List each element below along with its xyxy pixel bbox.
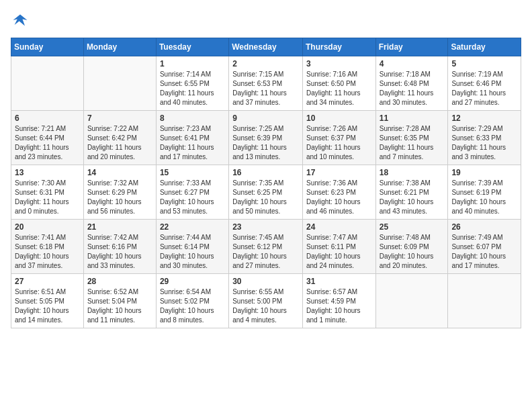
column-header-wednesday: Wednesday — [229, 38, 303, 56]
calendar-cell — [375, 274, 448, 328]
calendar-cell: 16Sunrise: 7:35 AM Sunset: 6:25 PM Dayli… — [229, 165, 303, 220]
logo — [11, 11, 32, 30]
day-number: 31 — [306, 277, 372, 286]
day-number: 28 — [87, 277, 152, 286]
column-header-thursday: Thursday — [302, 38, 375, 56]
day-info: Sunrise: 6:52 AM Sunset: 5:04 PM Dayligh… — [87, 287, 152, 325]
calendar-cell: 25Sunrise: 7:48 AM Sunset: 6:09 PM Dayli… — [375, 220, 448, 274]
calendar-cell: 22Sunrise: 7:44 AM Sunset: 6:14 PM Dayli… — [156, 220, 228, 274]
column-header-monday: Monday — [83, 38, 156, 56]
calendar-cell: 2Sunrise: 7:15 AM Sunset: 6:53 PM Daylig… — [229, 56, 303, 111]
calendar-cell — [83, 56, 156, 111]
calendar-header-row: SundayMondayTuesdayWednesdayThursdayFrid… — [11, 38, 521, 56]
calendar-cell: 29Sunrise: 6:54 AM Sunset: 5:02 PM Dayli… — [156, 274, 228, 328]
calendar-cell: 20Sunrise: 7:41 AM Sunset: 6:18 PM Dayli… — [11, 220, 84, 274]
calendar-cell: 1Sunrise: 7:14 AM Sunset: 6:55 PM Daylig… — [156, 56, 228, 111]
day-info: Sunrise: 7:47 AM Sunset: 6:11 PM Dayligh… — [306, 233, 372, 271]
day-info: Sunrise: 7:35 AM Sunset: 6:25 PM Dayligh… — [232, 179, 299, 216]
calendar-week-row: 6Sunrise: 7:21 AM Sunset: 6:44 PM Daylig… — [11, 111, 521, 165]
day-number: 6 — [15, 113, 80, 123]
column-header-tuesday: Tuesday — [156, 38, 228, 56]
day-info: Sunrise: 7:21 AM Sunset: 6:44 PM Dayligh… — [15, 124, 80, 162]
calendar-cell: 18Sunrise: 7:38 AM Sunset: 6:21 PM Dayli… — [375, 165, 448, 220]
calendar-cell: 3Sunrise: 7:16 AM Sunset: 6:50 PM Daylig… — [302, 56, 375, 111]
day-number: 16 — [232, 168, 299, 177]
calendar-cell: 26Sunrise: 7:49 AM Sunset: 6:07 PM Dayli… — [448, 220, 521, 274]
day-number: 2 — [232, 59, 299, 68]
day-number: 10 — [306, 113, 372, 123]
calendar-cell: 8Sunrise: 7:23 AM Sunset: 6:41 PM Daylig… — [156, 111, 228, 165]
column-header-saturday: Saturday — [448, 38, 521, 56]
day-number: 7 — [87, 113, 152, 123]
column-header-sunday: Sunday — [11, 38, 84, 56]
calendar-cell: 10Sunrise: 7:26 AM Sunset: 6:37 PM Dayli… — [302, 111, 375, 165]
calendar-cell — [448, 274, 521, 328]
calendar-cell: 30Sunrise: 6:55 AM Sunset: 5:00 PM Dayli… — [229, 274, 303, 328]
day-info: Sunrise: 7:25 AM Sunset: 6:39 PM Dayligh… — [232, 124, 299, 162]
day-info: Sunrise: 7:36 AM Sunset: 6:23 PM Dayligh… — [306, 179, 372, 216]
day-info: Sunrise: 7:26 AM Sunset: 6:37 PM Dayligh… — [306, 124, 372, 162]
day-number: 30 — [232, 277, 299, 286]
day-info: Sunrise: 7:14 AM Sunset: 6:55 PM Dayligh… — [160, 70, 225, 107]
day-info: Sunrise: 7:39 AM Sunset: 6:19 PM Dayligh… — [451, 179, 517, 216]
day-number: 26 — [451, 222, 517, 232]
calendar-week-row: 20Sunrise: 7:41 AM Sunset: 6:18 PM Dayli… — [11, 220, 521, 274]
day-number: 27 — [15, 277, 80, 286]
day-info: Sunrise: 7:29 AM Sunset: 6:33 PM Dayligh… — [451, 124, 517, 162]
day-info: Sunrise: 7:33 AM Sunset: 6:27 PM Dayligh… — [160, 179, 225, 216]
day-number: 17 — [306, 168, 372, 177]
calendar-cell: 6Sunrise: 7:21 AM Sunset: 6:44 PM Daylig… — [11, 111, 84, 165]
day-number: 4 — [380, 59, 445, 68]
calendar-week-row: 27Sunrise: 6:51 AM Sunset: 5:05 PM Dayli… — [11, 274, 521, 328]
day-info: Sunrise: 7:44 AM Sunset: 6:14 PM Dayligh… — [160, 233, 225, 271]
calendar-cell: 21Sunrise: 7:42 AM Sunset: 6:16 PM Dayli… — [83, 220, 156, 274]
day-number: 19 — [451, 168, 517, 177]
calendar-cell: 24Sunrise: 7:47 AM Sunset: 6:11 PM Dayli… — [302, 220, 375, 274]
day-number: 25 — [380, 222, 445, 232]
day-info: Sunrise: 7:48 AM Sunset: 6:09 PM Dayligh… — [380, 233, 445, 271]
calendar-cell: 19Sunrise: 7:39 AM Sunset: 6:19 PM Dayli… — [448, 165, 521, 220]
day-number: 21 — [87, 222, 152, 232]
day-info: Sunrise: 7:15 AM Sunset: 6:53 PM Dayligh… — [232, 70, 299, 107]
day-info: Sunrise: 7:19 AM Sunset: 6:46 PM Dayligh… — [451, 70, 517, 107]
day-number: 5 — [451, 59, 517, 68]
day-number: 11 — [380, 113, 445, 123]
day-number: 9 — [232, 113, 299, 123]
day-number: 12 — [451, 113, 517, 123]
day-info: Sunrise: 7:49 AM Sunset: 6:07 PM Dayligh… — [451, 233, 517, 271]
day-info: Sunrise: 7:30 AM Sunset: 6:31 PM Dayligh… — [15, 179, 80, 216]
column-header-friday: Friday — [375, 38, 448, 56]
calendar-cell: 12Sunrise: 7:29 AM Sunset: 6:33 PM Dayli… — [448, 111, 521, 165]
calendar-cell: 4Sunrise: 7:18 AM Sunset: 6:48 PM Daylig… — [375, 56, 448, 111]
calendar-cell: 23Sunrise: 7:45 AM Sunset: 6:12 PM Dayli… — [229, 220, 303, 274]
svg-marker-0 — [13, 15, 28, 26]
day-number: 14 — [87, 168, 152, 177]
day-info: Sunrise: 7:16 AM Sunset: 6:50 PM Dayligh… — [306, 70, 372, 107]
calendar-cell: 13Sunrise: 7:30 AM Sunset: 6:31 PM Dayli… — [11, 165, 84, 220]
day-number: 8 — [160, 113, 225, 123]
day-info: Sunrise: 7:42 AM Sunset: 6:16 PM Dayligh… — [87, 233, 152, 271]
day-number: 24 — [306, 222, 372, 232]
day-info: Sunrise: 7:18 AM Sunset: 6:48 PM Dayligh… — [380, 70, 445, 107]
calendar-cell: 28Sunrise: 6:52 AM Sunset: 5:04 PM Dayli… — [83, 274, 156, 328]
day-info: Sunrise: 6:55 AM Sunset: 5:00 PM Dayligh… — [232, 287, 299, 325]
day-info: Sunrise: 7:28 AM Sunset: 6:35 PM Dayligh… — [380, 124, 445, 162]
calendar-cell: 15Sunrise: 7:33 AM Sunset: 6:27 PM Dayli… — [156, 165, 228, 220]
calendar-cell: 11Sunrise: 7:28 AM Sunset: 6:35 PM Dayli… — [375, 111, 448, 165]
calendar-cell — [11, 56, 84, 111]
day-number: 1 — [160, 59, 225, 68]
day-number: 18 — [380, 168, 445, 177]
calendar-cell: 14Sunrise: 7:32 AM Sunset: 6:29 PM Dayli… — [83, 165, 156, 220]
day-info: Sunrise: 6:57 AM Sunset: 4:59 PM Dayligh… — [306, 287, 372, 325]
day-info: Sunrise: 7:38 AM Sunset: 6:21 PM Dayligh… — [380, 179, 445, 216]
day-info: Sunrise: 7:22 AM Sunset: 6:42 PM Dayligh… — [87, 124, 152, 162]
day-info: Sunrise: 6:54 AM Sunset: 5:02 PM Dayligh… — [160, 287, 225, 325]
calendar-cell: 31Sunrise: 6:57 AM Sunset: 4:59 PM Dayli… — [302, 274, 375, 328]
page-header — [11, 11, 521, 30]
calendar-cell: 9Sunrise: 7:25 AM Sunset: 6:39 PM Daylig… — [229, 111, 303, 165]
day-number: 15 — [160, 168, 225, 177]
calendar-week-row: 1Sunrise: 7:14 AM Sunset: 6:55 PM Daylig… — [11, 56, 521, 111]
day-number: 22 — [160, 222, 225, 232]
day-info: Sunrise: 7:32 AM Sunset: 6:29 PM Dayligh… — [87, 179, 152, 216]
day-info: Sunrise: 6:51 AM Sunset: 5:05 PM Dayligh… — [15, 287, 80, 325]
